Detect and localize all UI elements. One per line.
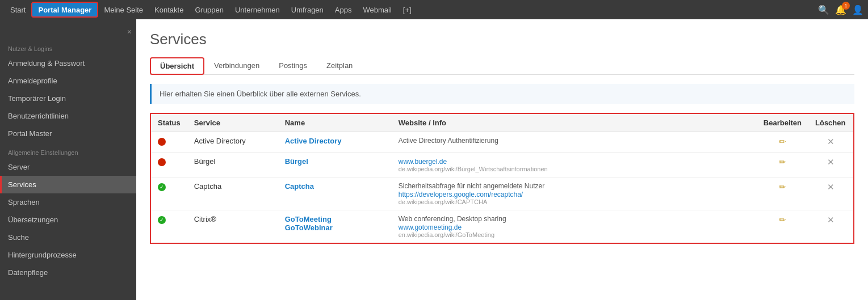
- edit-cell: ✏: [757, 210, 808, 244]
- page-title: Services: [150, 31, 854, 48]
- service-name-link[interactable]: Captcha: [285, 182, 314, 191]
- website-info-plain: Web conferencing, Desktop sharing: [399, 215, 750, 223]
- nav-item-portal-manager[interactable]: Portal Manager: [31, 2, 98, 18]
- delete-icon[interactable]: ✕: [827, 137, 835, 146]
- service-name-link[interactable]: GoToMeeting: [285, 215, 332, 223]
- status-cell: ✓: [150, 210, 187, 244]
- website-info-gray: de.wikipedia.org/wiki/CAPTCHA: [399, 198, 750, 205]
- sidebar: × Nutzer & Logins Anmeldung & Passwort A…: [0, 19, 136, 300]
- status-cell: [150, 132, 187, 153]
- name-cell: Active Directory: [278, 132, 392, 153]
- delete-icon[interactable]: ✕: [827, 215, 835, 225]
- sidebar-section-einstellungen: Allgemeine Einstellungen: [0, 142, 136, 158]
- notification-badge: 1: [842, 2, 850, 10]
- delete-cell: ✕: [808, 178, 854, 210]
- delete-icon[interactable]: ✕: [827, 182, 835, 192]
- delete-cell: ✕: [808, 153, 854, 178]
- table-row: ✓Citrix®GoToMeetingGoToWebinarWeb confer…: [150, 210, 854, 244]
- col-header-delete: Löschen: [808, 113, 854, 132]
- website-info-link[interactable]: www.buergel.de: [399, 158, 447, 166]
- website-info-plain: Sicherheitsabfrage für nicht angemeldete…: [399, 182, 750, 190]
- website-cell: www.buergel.dede.wikipedia.org/wiki/Bürg…: [392, 153, 757, 178]
- status-cell: [150, 153, 187, 178]
- service-cell: Active Directory: [187, 132, 278, 153]
- website-info-link[interactable]: https://developers.google.com/recaptcha/: [399, 191, 523, 198]
- nav-item-apps[interactable]: Apps: [329, 0, 358, 19]
- status-cell: ✓: [150, 178, 187, 210]
- website-info-link[interactable]: www.gotomeeting.de: [399, 223, 462, 231]
- edit-icon[interactable]: ✏: [779, 215, 786, 225]
- nav-item-unternehmen[interactable]: Unternehmen: [229, 0, 286, 19]
- search-icon[interactable]: 🔍: [818, 5, 829, 15]
- tab-verbindungen[interactable]: Verbindungen: [204, 57, 269, 75]
- nav-item-start[interactable]: Start: [5, 0, 31, 19]
- edit-cell: ✏: [757, 178, 808, 210]
- name-cell: Captcha: [278, 178, 392, 210]
- edit-cell: ✏: [757, 153, 808, 178]
- delete-icon[interactable]: ✕: [827, 157, 835, 167]
- nav-item-kontakte[interactable]: Kontakte: [149, 0, 189, 19]
- user-icon[interactable]: 👤: [852, 5, 863, 15]
- table-header-row: Status Service Name Website / Info Bearb…: [150, 113, 854, 132]
- col-header-name: Name: [278, 113, 392, 132]
- sidebar-item-sprachen[interactable]: Sprachen: [0, 193, 136, 211]
- website-info-gray: de.wikipedia.org/wiki/Bürgel_Wirtschafts…: [399, 166, 750, 172]
- notification-icon[interactable]: 🔔 1: [835, 5, 846, 15]
- edit-icon[interactable]: ✏: [779, 137, 786, 146]
- info-box: Hier erhalten Sie einen Überblick über a…: [150, 84, 854, 104]
- website-cell: Sicherheitsabfrage für nicht angemeldete…: [392, 178, 757, 210]
- top-nav: Start Portal Manager Meine Seite Kontakt…: [0, 0, 868, 19]
- tab-zeitplan[interactable]: Zeitplan: [317, 57, 362, 75]
- sidebar-item-server[interactable]: Server: [0, 158, 136, 176]
- sidebar-item-temporaerer-login[interactable]: Temporärer Login: [0, 90, 136, 107]
- service-name-link[interactable]: GoToWebinar: [285, 223, 333, 232]
- sidebar-item-anmeldeprofile[interactable]: Anmeldeprofile: [0, 72, 136, 90]
- nav-right: 🔍 🔔 1 👤: [818, 5, 863, 15]
- nav-item-plus[interactable]: [+]: [397, 0, 417, 19]
- sidebar-item-suche[interactable]: Suche: [0, 229, 136, 246]
- sidebar-item-datenpflege[interactable]: Datenpflege: [0, 264, 136, 281]
- sidebar-item-anmeldung[interactable]: Anmeldung & Passwort: [0, 54, 136, 72]
- nav-item-gruppen[interactable]: Gruppen: [189, 0, 229, 19]
- col-header-service: Service: [187, 113, 278, 132]
- main-content: Services Übersicht Verbindungen Postings…: [136, 19, 868, 300]
- tabs-container: Übersicht Verbindungen Postings Zeitplan: [150, 57, 854, 75]
- service-name-link[interactable]: Active Directory: [285, 137, 342, 145]
- tab-uebersicht[interactable]: Übersicht: [150, 57, 204, 75]
- sidebar-item-services[interactable]: Services: [0, 176, 136, 193]
- website-cell: Active Directory Authentifizierung: [392, 132, 757, 153]
- sidebar-section-nutzer: Nutzer & Logins: [0, 39, 136, 54]
- main-layout: × Nutzer & Logins Anmeldung & Passwort A…: [0, 19, 868, 300]
- sidebar-item-hintergrundprozesse[interactable]: Hintergrundprozesse: [0, 246, 136, 264]
- tab-postings[interactable]: Postings: [269, 57, 317, 75]
- service-cell: Bürgel: [187, 153, 278, 178]
- table-row: ✓CaptchaCaptchaSicherheitsabfrage für ni…: [150, 178, 854, 210]
- col-header-website: Website / Info: [392, 113, 757, 132]
- service-cell: Citrix®: [187, 210, 278, 244]
- name-cell: GoToMeetingGoToWebinar: [278, 210, 392, 244]
- name-cell: Bürgel: [278, 153, 392, 178]
- service-cell: Captcha: [187, 178, 278, 210]
- sidebar-item-uebersetzungen[interactable]: Übersetzungen: [0, 211, 136, 229]
- nav-item-meine-seite[interactable]: Meine Seite: [98, 0, 149, 19]
- nav-item-umfragen[interactable]: Umfragen: [286, 0, 329, 19]
- table-row: Active DirectoryActive DirectoryActive D…: [150, 132, 854, 153]
- sidebar-close-button[interactable]: ×: [0, 25, 136, 39]
- col-header-edit: Bearbeiten: [757, 113, 808, 132]
- sidebar-item-portal-master[interactable]: Portal Master: [0, 125, 136, 142]
- edit-icon[interactable]: ✏: [779, 157, 786, 167]
- sidebar-item-benutzerrichtlinien[interactable]: Benutzerrichtlinien: [0, 107, 136, 125]
- website-cell: Web conferencing, Desktop sharingwww.got…: [392, 210, 757, 244]
- delete-cell: ✕: [808, 132, 854, 153]
- col-header-status: Status: [150, 113, 187, 132]
- edit-icon[interactable]: ✏: [779, 182, 786, 192]
- info-text: Hier erhalten Sie einen Überblick über a…: [160, 90, 361, 98]
- service-name-link[interactable]: Bürgel: [285, 157, 308, 166]
- services-table: Status Service Name Website / Info Bearb…: [150, 113, 854, 244]
- nav-item-webmail[interactable]: Webmail: [357, 0, 397, 19]
- edit-cell: ✏: [757, 132, 808, 153]
- delete-cell: ✕: [808, 210, 854, 244]
- website-info-plain: Active Directory Authentifizierung: [399, 137, 750, 145]
- table-row: BürgelBürgelwww.buergel.dede.wikipedia.o…: [150, 153, 854, 178]
- website-info-gray: en.wikipedia.org/wiki/GoToMeeting: [399, 231, 750, 238]
